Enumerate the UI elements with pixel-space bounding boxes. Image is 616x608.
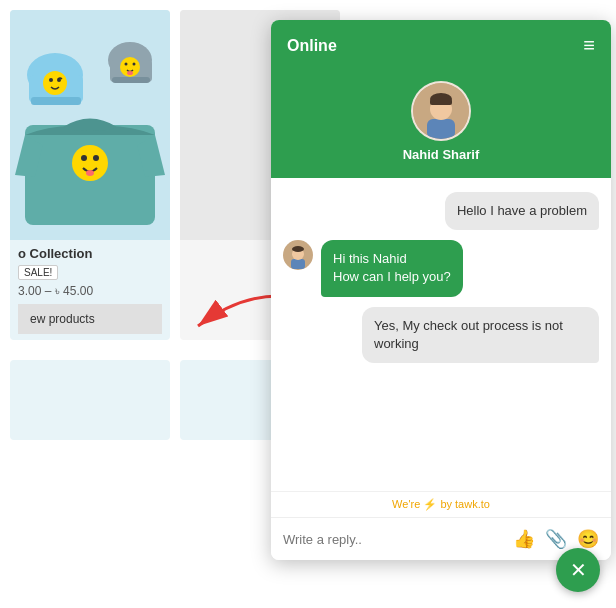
svg-rect-23	[430, 99, 452, 105]
agent-name: Nahid Sharif	[403, 147, 480, 162]
svg-point-4	[49, 78, 53, 82]
close-button[interactable]: ✕	[556, 548, 600, 592]
chat-messages: Hello I have a problem Hi this NahidHow …	[271, 178, 611, 491]
collection-title: o Collection	[18, 246, 162, 261]
agent-section: Nahid Sharif	[271, 71, 611, 178]
chat-widget: Online ≡ Nahid Sharif Hello I have a pro…	[271, 20, 611, 560]
svg-rect-13	[112, 77, 150, 83]
svg-point-9	[93, 155, 99, 161]
chat-input-area: 👍 📎 😊	[271, 517, 611, 560]
reply-input[interactable]	[283, 532, 505, 547]
svg-point-17	[127, 71, 133, 75]
svg-rect-20	[427, 119, 455, 139]
agent-avatar	[411, 81, 471, 141]
chat-status: Online	[287, 37, 337, 55]
menu-icon[interactable]: ≡	[583, 34, 595, 57]
message-1: Hello I have a problem	[445, 192, 599, 230]
svg-rect-2	[31, 97, 81, 105]
price-range: 3.00 – ৳ 45.00	[18, 284, 162, 298]
brand-footer: We're ⚡ by tawk.to	[271, 491, 611, 517]
svg-point-15	[125, 63, 128, 66]
input-icons: 👍 📎 😊	[513, 528, 599, 550]
sale-badge: SALE!	[18, 265, 58, 280]
attachment-icon[interactable]: 📎	[545, 528, 567, 550]
close-icon: ✕	[570, 558, 587, 582]
agent-message-wrapper: Hi this NahidHow can I help you?	[283, 240, 599, 296]
thumbsup-icon[interactable]: 👍	[513, 528, 535, 550]
svg-point-3	[43, 71, 67, 95]
svg-rect-25	[291, 259, 305, 269]
product-card-1: o Collection SALE! 3.00 – ৳ 45.00 ew pro…	[10, 10, 170, 340]
svg-point-16	[133, 63, 136, 66]
view-products-button[interactable]: ew products	[18, 304, 162, 334]
product-image-1	[10, 10, 170, 240]
lightning-icon: ⚡	[423, 498, 440, 510]
svg-point-10	[86, 170, 94, 176]
message-3: Yes, My check out process is not working	[362, 307, 599, 363]
bottom-card-1	[10, 360, 170, 440]
svg-point-27	[292, 246, 304, 252]
product-info-1: o Collection SALE! 3.00 – ৳ 45.00 ew pro…	[10, 240, 170, 340]
svg-point-8	[81, 155, 87, 161]
chat-header: Online ≡	[271, 20, 611, 71]
agent-message-avatar	[283, 240, 313, 270]
emoji-icon[interactable]: 😊	[577, 528, 599, 550]
message-2: Hi this NahidHow can I help you?	[321, 240, 463, 296]
